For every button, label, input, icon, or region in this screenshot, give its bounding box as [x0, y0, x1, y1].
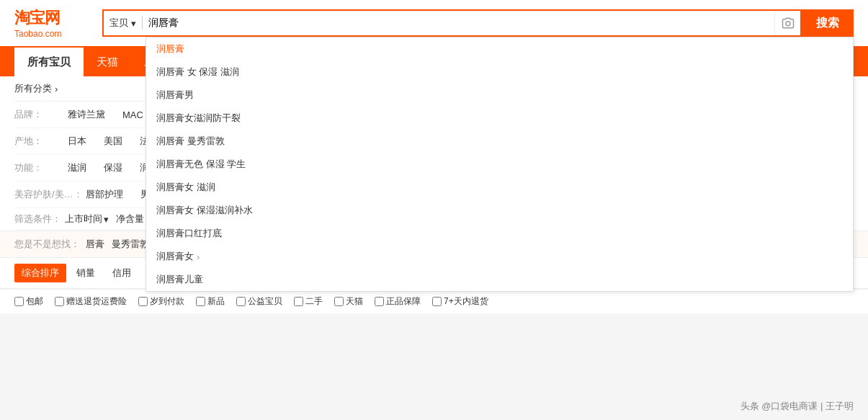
filter-row-label: 品牌：	[14, 108, 65, 121]
suggestion-tag[interactable]: 唇膏	[86, 237, 104, 251]
svg-point-0	[786, 22, 790, 26]
dropdown-item[interactable]: 润唇膏	[146, 37, 853, 61]
filter-checkbox-item[interactable]: 公益宝贝	[236, 295, 282, 308]
filter-checkbox-label: 公益宝贝	[248, 295, 282, 308]
all-categories[interactable]: 所有分类 ›	[14, 82, 58, 95]
filter-item[interactable]: 唇部护理	[83, 187, 126, 202]
filter-checkbox[interactable]	[236, 297, 246, 306]
filter-checkbox-item[interactable]: 正品保障	[375, 295, 421, 308]
search-input[interactable]	[143, 11, 774, 35]
filter-checkbox[interactable]	[138, 297, 148, 306]
nav-tab[interactable]: 天猫	[84, 48, 131, 76]
result-sort-tab[interactable]: 综合排序	[14, 264, 66, 282]
filter-checkbox-label: 二手	[305, 295, 323, 308]
filter-checkbox-item[interactable]: 包邮	[14, 295, 43, 308]
search-button[interactable]: 搜索	[802, 9, 854, 37]
logo-cn: 淘宝网	[14, 7, 94, 29]
filter-checkbox-label: 包邮	[26, 295, 43, 308]
dropdown-item[interactable]: 润唇膏无色 保湿 学生	[146, 153, 853, 176]
dropdown-item[interactable]: 润唇膏女 保湿滋润补水	[146, 199, 853, 222]
dropdown-item[interactable]: 润唇膏女 滋润	[146, 176, 853, 199]
dropdown-item[interactable]: 润唇膏女›	[146, 245, 853, 268]
chevron-down-icon: ▾	[131, 18, 136, 29]
camera-button[interactable]	[774, 11, 800, 35]
dropdown-item[interactable]: 润唇膏 女 保湿 滋润	[146, 61, 853, 84]
chevron-right-icon: ›	[197, 251, 200, 262]
filter-checkbox[interactable]	[334, 297, 344, 306]
filter-checkbox[interactable]	[375, 297, 384, 306]
filter-checkbox[interactable]	[55, 297, 64, 306]
filter-checkbox[interactable]	[14, 297, 24, 306]
suggestion-label: 您是不是想找：	[14, 238, 80, 251]
filter-item[interactable]: 保湿	[101, 160, 125, 176]
filter-checkbox-label: 正品保障	[386, 295, 421, 308]
search-category-label: 宝贝	[109, 17, 128, 30]
filter-item[interactable]: MAC	[120, 108, 146, 122]
dropdown-item[interactable]: 润唇膏 曼秀雷敦	[146, 130, 853, 153]
chevron-down-icon: ▾	[104, 214, 109, 225]
filter-item[interactable]: 滋润	[65, 160, 89, 176]
filter-item[interactable]: 美国	[101, 133, 125, 149]
dropdown-item[interactable]: 润唇膏男	[146, 84, 853, 107]
header: 淘宝网 Taobao.com 宝贝 ▾ 搜索 润唇膏润唇膏 女 保湿 滋润润唇膏…	[0, 0, 868, 48]
search-dropdown: 润唇膏润唇膏 女 保湿 滋润润唇膏男润唇膏女滋润防干裂润唇膏 曼秀雷敦润唇膏无色…	[146, 37, 854, 292]
filter-checkbox-item[interactable]: 新品	[196, 295, 225, 308]
filter-checkbox[interactable]	[432, 297, 442, 306]
result-sort-tab[interactable]: 信用	[105, 264, 138, 282]
logo-en: Taobao.com	[14, 29, 94, 39]
sort-conditions-label: 筛选条件：	[14, 213, 65, 225]
search-box: 宝贝 ▾	[102, 9, 802, 37]
filter-checkboxes: 包邮赠送退货运费险岁到付款新品公益宝贝二手天猫正品保障7+天内退货	[0, 289, 868, 313]
chevron-right-icon: ›	[55, 84, 58, 94]
search-wrapper: 宝贝 ▾ 搜索 润唇膏润唇膏 女 保湿 滋润润唇膏男润唇膏女滋润防干裂润唇膏 曼…	[102, 9, 854, 37]
filter-item[interactable]: 雅诗兰黛	[65, 107, 108, 122]
sort-condition-item[interactable]: 上市时间 ▾	[65, 213, 109, 225]
filter-checkbox-item[interactable]: 二手	[294, 295, 323, 308]
search-category-select[interactable]: 宝贝 ▾	[104, 17, 143, 30]
filter-checkbox[interactable]	[294, 297, 303, 306]
suggestion-tag[interactable]: 曼秀雷敦	[112, 237, 149, 251]
filter-checkbox-label: 赠送退货运费险	[66, 295, 127, 308]
filter-row-label: 产地：	[14, 135, 65, 148]
dropdown-item[interactable]: 润唇膏口红打底	[146, 222, 853, 245]
filter-checkbox-label: 7+天内退货	[444, 295, 488, 308]
filter-row-label: 功能：	[14, 161, 65, 174]
nav-tab[interactable]: 所有宝贝	[14, 48, 84, 76]
filter-checkbox[interactable]	[196, 297, 205, 306]
dropdown-item[interactable]: 润唇膏儿童	[146, 268, 853, 291]
filter-checkbox-item[interactable]: 赠送退货运费险	[55, 295, 127, 308]
all-categories-label: 所有分类	[14, 82, 52, 95]
logo: 淘宝网 Taobao.com	[14, 7, 94, 39]
filter-checkbox-label: 新品	[207, 295, 225, 308]
filter-checkbox-label: 岁到付款	[150, 295, 184, 308]
filter-checkbox-item[interactable]: 7+天内退货	[432, 295, 488, 308]
dropdown-item[interactable]: 润唇膏女滋润防干裂	[146, 107, 853, 130]
filter-checkbox-label: 天猫	[346, 295, 363, 308]
filter-checkbox-item[interactable]: 岁到付款	[138, 295, 184, 308]
filter-item[interactable]: 日本	[65, 133, 89, 149]
filter-checkbox-item[interactable]: 天猫	[334, 295, 363, 308]
filter-row-label: 美容护肤/美…：	[14, 188, 83, 201]
result-sort-tab[interactable]: 销量	[69, 264, 102, 282]
